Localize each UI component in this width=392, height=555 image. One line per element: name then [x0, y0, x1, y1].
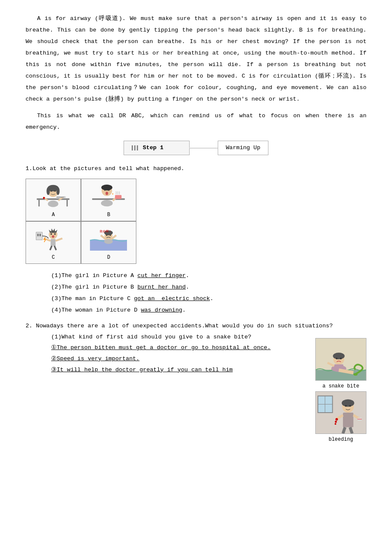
- svg-rect-23: [115, 195, 121, 199]
- answer-3-text: got an electric shock: [134, 295, 210, 302]
- answer-1-text: cut her finger: [138, 272, 186, 279]
- paragraph2: This is what we call DR ABC, which can r…: [26, 110, 366, 133]
- svg-point-9: [55, 191, 56, 192]
- snake-image: [315, 338, 366, 381]
- svg-rect-62: [343, 413, 354, 427]
- answers-section: (1)The girl in Picture A cut her finger.…: [26, 270, 366, 316]
- svg-line-36: [55, 246, 56, 250]
- pic-a-label: A: [52, 211, 55, 221]
- pic-a-drawing: [26, 179, 81, 210]
- svg-line-69: [343, 427, 345, 434]
- svg-point-53: [353, 373, 357, 376]
- paragraph1: A is for airway (呼吸道). We must make sure…: [26, 13, 366, 105]
- svg-point-14: [43, 197, 45, 199]
- answer-2: (2)The girl in Picture B burnt her hand.: [51, 281, 366, 293]
- svg-text:救命啊！: 救命啊！: [100, 230, 112, 233]
- picture-a: A: [26, 179, 81, 221]
- pic-d-label: D: [107, 253, 110, 263]
- sub-ans1-2-text: ②Speed is very important.: [51, 356, 139, 362]
- snake-label: a snake bite: [315, 382, 366, 391]
- svg-point-19: [104, 190, 106, 191]
- pictures-grid: A: [26, 179, 366, 264]
- svg-rect-26: [37, 234, 39, 237]
- step-divider: [190, 148, 218, 148]
- svg-point-55: [340, 358, 342, 359]
- question2-section: 2. Nowadays there are a lot of unexpecte…: [26, 320, 366, 391]
- step-label-text: Step 1: [143, 143, 164, 153]
- svg-point-7: [57, 187, 60, 195]
- svg-rect-0: [37, 198, 70, 200]
- svg-point-71: [335, 418, 338, 421]
- picture-b: ✦ B: [81, 179, 136, 221]
- bleeding-image: [315, 391, 366, 434]
- snake-image-container: a snake bite: [315, 338, 366, 391]
- answer-2-text: burnt her hand: [138, 284, 186, 290]
- question2: 2. Nowadays there are a lot of unexpecte…: [26, 320, 366, 332]
- svg-line-34: [56, 238, 63, 241]
- svg-point-21: [106, 192, 108, 195]
- svg-point-73: [334, 423, 336, 425]
- picture-c: C: [26, 221, 81, 264]
- pic-b-drawing: ✦: [81, 179, 136, 210]
- svg-rect-27: [40, 234, 41, 237]
- bleeding-label: bleeding: [315, 435, 366, 445]
- picture-d: 救命啊！ D: [81, 221, 136, 264]
- answer-4: (4)The woman in Picture D was drowning.: [51, 304, 366, 316]
- warming-up-box: Warming Up: [218, 141, 268, 155]
- svg-point-20: [108, 190, 110, 191]
- svg-rect-1: [39, 200, 40, 206]
- answer-1: (1)The girl in Picture A cut her finger.: [51, 270, 366, 281]
- svg-rect-28: [51, 239, 56, 246]
- svg-point-50: [333, 353, 344, 360]
- svg-point-30: [51, 233, 52, 235]
- svg-point-72: [335, 421, 337, 423]
- step-label: Step 1: [124, 141, 190, 155]
- pic-c-label: C: [52, 253, 55, 263]
- svg-point-40: [106, 235, 107, 236]
- svg-point-41: [110, 235, 111, 236]
- svg-rect-2: [66, 200, 68, 206]
- svg-point-18: [101, 185, 112, 191]
- answer-3: (3)The man in Picture C got an electric …: [51, 293, 366, 304]
- sub-ans1-3-text: ③It will help the doctor greatly if you …: [51, 367, 233, 373]
- bleeding-section: bleeding: [26, 396, 366, 445]
- main-content: A is for airway (呼吸道). We must make sure…: [26, 13, 366, 444]
- pic-d-drawing: 救命啊！: [81, 222, 136, 252]
- warming-up-text: Warming Up: [226, 145, 260, 151]
- pic-b-label: B: [107, 211, 110, 221]
- svg-text:✦: ✦: [112, 192, 114, 196]
- svg-point-8: [51, 191, 52, 192]
- pic-c-drawing: [26, 222, 81, 252]
- svg-point-16: [101, 200, 113, 206]
- svg-rect-12: [57, 197, 65, 198]
- svg-rect-25: [36, 232, 42, 240]
- question1: 1.Look at the pictures and tell what hap…: [26, 164, 366, 174]
- svg-line-35: [50, 246, 52, 250]
- sub-ans1-1-text: ①The person bitten must get a doctor or …: [51, 344, 271, 351]
- svg-point-54: [336, 358, 337, 359]
- answer-4-text: was drowning: [141, 307, 182, 313]
- svg-point-31: [55, 233, 56, 235]
- bleeding-image-container: bleeding: [315, 391, 366, 445]
- step-bar: Step 1 Warming Up: [124, 141, 268, 155]
- svg-point-32: [52, 235, 55, 238]
- svg-point-44: [104, 239, 113, 244]
- svg-point-64: [342, 399, 354, 407]
- svg-marker-13: [65, 196, 66, 198]
- svg-point-3: [48, 201, 59, 207]
- svg-point-65: [345, 405, 347, 407]
- svg-line-70: [350, 427, 352, 434]
- svg-point-66: [349, 405, 351, 407]
- svg-point-6: [47, 187, 50, 195]
